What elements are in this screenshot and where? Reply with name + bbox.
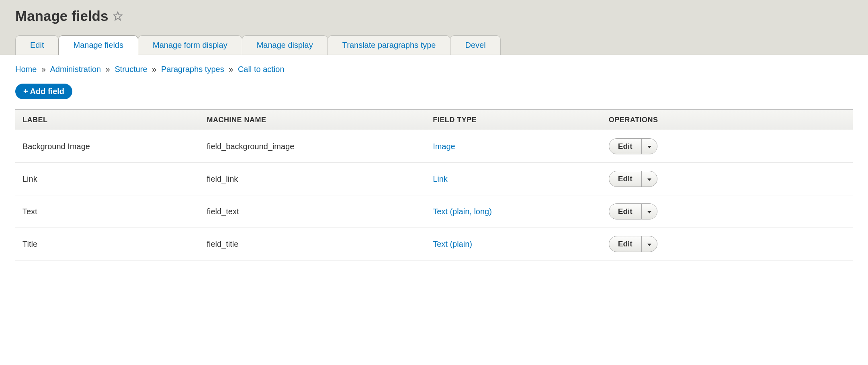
table-header-operations: OPERATIONS	[602, 110, 853, 130]
fields-table: LABEL MACHINE NAME FIELD TYPE OPERATIONS…	[15, 109, 853, 260]
add-field-button[interactable]: + Add field	[15, 84, 72, 99]
table-header-machine: MACHINE NAME	[199, 110, 426, 130]
field-type-link[interactable]: Text (plain, long)	[433, 207, 492, 216]
dropbutton-toggle[interactable]	[641, 204, 657, 219]
breadcrumb-separator: »	[229, 65, 233, 74]
cell-label: Link	[15, 163, 199, 195]
table-row: Background Image field_background_image …	[15, 130, 853, 163]
dropbutton: Edit	[609, 138, 657, 154]
table-row: Link field_link Link Edit	[15, 163, 853, 195]
edit-button[interactable]: Edit	[609, 171, 641, 187]
dropbutton: Edit	[609, 171, 657, 187]
breadcrumb-link[interactable]: Call to action	[238, 65, 285, 74]
dropbutton-toggle[interactable]	[641, 171, 657, 187]
tab-label[interactable]: Translate paragraphs type	[328, 36, 450, 55]
svg-marker-2	[647, 178, 651, 181]
cell-operations: Edit	[602, 163, 853, 195]
field-type-link[interactable]: Text (plain)	[433, 240, 472, 248]
cell-label: Title	[15, 228, 199, 260]
cell-machine-name: field_link	[199, 163, 426, 195]
svg-marker-1	[647, 146, 651, 148]
cell-label: Background Image	[15, 130, 199, 163]
cell-operations: Edit	[602, 195, 853, 228]
dropbutton: Edit	[609, 203, 657, 219]
chevron-down-icon	[647, 144, 651, 150]
cell-operations: Edit	[602, 130, 853, 163]
dropbutton: Edit	[609, 236, 657, 252]
table-header-label: LABEL	[15, 110, 199, 130]
breadcrumb-separator: »	[41, 65, 46, 74]
chevron-down-icon	[647, 176, 651, 182]
table-row: Text field_text Text (plain, long) Edit	[15, 195, 853, 228]
breadcrumb-separator: »	[106, 65, 110, 74]
dropbutton-toggle[interactable]	[641, 236, 657, 252]
cell-field-type: Image	[426, 130, 602, 163]
table-header-type: FIELD TYPE	[426, 110, 602, 130]
tab-manage-form-display[interactable]: Manage form display	[138, 35, 242, 55]
page-title: Manage fields	[15, 8, 108, 24]
tab-label[interactable]: Edit	[16, 36, 58, 55]
svg-marker-3	[647, 211, 651, 213]
cell-machine-name: field_text	[199, 195, 426, 228]
breadcrumb-separator: »	[152, 65, 156, 74]
tab-label[interactable]: Devel	[450, 36, 500, 55]
breadcrumb-link[interactable]: Administration	[50, 65, 101, 74]
svg-marker-0	[114, 12, 122, 20]
cell-label: Text	[15, 195, 199, 228]
svg-marker-4	[647, 244, 651, 246]
header-region: Manage fields Edit Manage fields Manage …	[0, 0, 868, 55]
content-region: Home » Administration » Structure » Para…	[0, 55, 868, 270]
edit-button[interactable]: Edit	[609, 204, 641, 219]
tabs: Edit Manage fields Manage form display M…	[15, 35, 853, 55]
tab-translate[interactable]: Translate paragraphs type	[328, 35, 451, 55]
field-type-link[interactable]: Link	[433, 174, 448, 183]
cell-field-type: Text (plain)	[426, 228, 602, 260]
breadcrumb-link[interactable]: Structure	[115, 65, 147, 74]
tab-manage-fields[interactable]: Manage fields	[58, 35, 138, 55]
tab-manage-display[interactable]: Manage display	[242, 35, 328, 55]
cell-operations: Edit	[602, 228, 853, 260]
table-row: Title field_title Text (plain) Edit	[15, 228, 853, 260]
breadcrumb-link[interactable]: Home	[15, 65, 37, 74]
cell-field-type: Link	[426, 163, 602, 195]
cell-machine-name: field_title	[199, 228, 426, 260]
tab-label[interactable]: Manage fields	[59, 36, 138, 55]
field-type-link[interactable]: Image	[433, 142, 455, 151]
tab-edit[interactable]: Edit	[15, 35, 59, 55]
breadcrumb: Home » Administration » Structure » Para…	[15, 65, 853, 74]
dropbutton-toggle[interactable]	[641, 139, 657, 154]
table-header-row: LABEL MACHINE NAME FIELD TYPE OPERATIONS	[15, 110, 853, 130]
star-icon[interactable]	[113, 11, 123, 21]
page-title-row: Manage fields	[15, 8, 853, 24]
tab-label[interactable]: Manage form display	[138, 36, 242, 55]
edit-button[interactable]: Edit	[609, 139, 641, 154]
cell-machine-name: field_background_image	[199, 130, 426, 163]
tab-devel[interactable]: Devel	[450, 35, 500, 55]
edit-button[interactable]: Edit	[609, 236, 641, 252]
tab-label[interactable]: Manage display	[242, 36, 328, 55]
breadcrumb-link[interactable]: Paragraphs types	[161, 65, 224, 74]
chevron-down-icon	[647, 241, 651, 247]
cell-field-type: Text (plain, long)	[426, 195, 602, 228]
chevron-down-icon	[647, 209, 651, 215]
